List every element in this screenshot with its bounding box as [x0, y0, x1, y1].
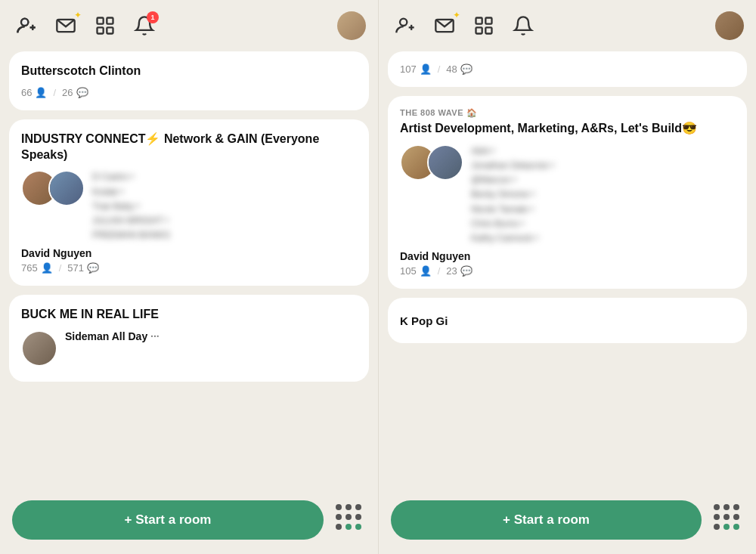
right-scroll: 107 👤 / 48 💬 THE 808 WAVE 🏠 Artist Devel… — [379, 51, 756, 554]
mail-star-right: ✦ — [453, 10, 460, 20]
dot-r4 — [714, 514, 720, 520]
room-host-808: David Nguyen — [400, 250, 735, 262]
dot-3 — [355, 504, 361, 510]
avatar-buck-1 — [21, 330, 57, 367]
svg-rect-18 — [476, 27, 482, 33]
svg-rect-8 — [98, 18, 104, 24]
avatar-808-2 — [427, 144, 463, 181]
dot-5 — [345, 514, 352, 520]
svg-rect-11 — [107, 27, 113, 33]
mail-star-left: ✦ — [74, 10, 82, 20]
room-title-kpop: K Pop Gi — [400, 314, 448, 327]
avatar-left[interactable] — [337, 11, 366, 40]
room-stats-industry: 765 👤 / 571 💬 — [21, 262, 357, 274]
bell-icon-left[interactable]: 1 — [130, 11, 159, 40]
svg-rect-16 — [476, 18, 482, 24]
speaker-avatars-808 — [400, 144, 463, 181]
dot-r2 — [723, 504, 730, 510]
dot-r6 — [733, 514, 739, 520]
dot-6 — [355, 514, 361, 520]
left-panel: ✦ 1 Butterscotch Clinton 66 — [0, 0, 378, 554]
dots-grid-left[interactable] — [333, 503, 366, 537]
dots-grid-right[interactable] — [711, 503, 744, 537]
dot-2 — [345, 504, 352, 510]
start-room-label-left: + Start a room — [125, 512, 212, 528]
svg-rect-17 — [485, 18, 491, 24]
speaker-names-808: Abhi •Jonathan Delacroix •@Marcon •Becky… — [471, 144, 735, 246]
room-stats-808: 105 👤 / 23 💬 — [400, 265, 735, 277]
bell-icon-right[interactable] — [509, 11, 538, 40]
room-title-buck: BUCK ME IN REAL LIFE — [21, 307, 357, 323]
add-people-icon-left[interactable] — [12, 11, 41, 40]
dot-r5 — [723, 514, 730, 520]
speaker-row-industry: D Castro •Kodak •Trae Baby •JULIAN WRIGH… — [21, 170, 357, 243]
room-card-kpop[interactable]: K Pop Gi — [388, 298, 747, 343]
avatar-2 — [48, 170, 85, 206]
speaker-names-industry: D Castro •Kodak •Trae Baby •JULIAN WRIGH… — [92, 170, 357, 243]
room-title-industry: INDUSTRY CONNECT⚡ Network & GAIN (Everyo… — [21, 132, 357, 163]
svg-rect-9 — [107, 18, 113, 24]
right-bottom-bar: + Start a room — [379, 486, 756, 554]
room-card-107[interactable]: 107 👤 / 48 💬 — [388, 51, 747, 87]
room-stats-107: 107 👤 / 48 💬 — [400, 63, 735, 75]
room-subtitle-808: THE 808 WAVE 🏠 — [400, 108, 735, 118]
left-scroll: Butterscotch Clinton 66 👤 / 26 💬 INDUSTR… — [0, 51, 378, 554]
start-room-button-left[interactable]: + Start a room — [12, 500, 324, 540]
add-people-icon-right[interactable] — [391, 11, 420, 40]
room-host-industry: David Nguyen — [21, 247, 357, 259]
mail-icon-left[interactable]: ✦ — [51, 11, 80, 40]
dot-8 — [345, 524, 352, 530]
left-bottom-bar: + Start a room — [0, 486, 378, 554]
start-room-label-right: + Start a room — [503, 512, 590, 528]
mail-icon-right[interactable]: ✦ — [430, 11, 459, 40]
speaker-names-buck: Sideman All Day ··· — [65, 330, 357, 345]
grid-icon-right[interactable] — [469, 11, 498, 40]
svg-rect-19 — [485, 27, 491, 33]
dot-4 — [336, 514, 342, 520]
dot-r1 — [714, 504, 720, 510]
speaker-row-808: Abhi •Jonathan Delacroix •@Marcon •Becky… — [400, 144, 735, 246]
svg-point-12 — [400, 19, 407, 26]
dot-1 — [336, 504, 342, 510]
room-title-808: Artist Development, Marketing, A&Rs, Let… — [400, 121, 735, 137]
room-title-butterscotch: Butterscotch Clinton — [21, 63, 357, 79]
dot-r7 — [714, 524, 720, 530]
right-nav: ✦ — [379, 0, 756, 51]
left-nav: ✦ 1 — [0, 0, 378, 51]
dot-r9 — [733, 524, 739, 530]
room-card-buck[interactable]: BUCK ME IN REAL LIFE Sideman All Day ··· — [9, 295, 369, 382]
speaker-row-buck: Sideman All Day ··· — [21, 330, 357, 367]
room-card-butterscotch[interactable]: Butterscotch Clinton 66 👤 / 26 💬 — [9, 51, 369, 110]
speaker-avatars-buck — [21, 330, 57, 367]
bell-badge-left: 1 — [147, 11, 159, 23]
start-room-button-right[interactable]: + Start a room — [391, 500, 702, 540]
room-card-808[interactable]: THE 808 WAVE 🏠 Artist Development, Marke… — [388, 96, 747, 289]
room-stats-butterscotch: 66 👤 / 26 💬 — [21, 87, 357, 98]
dot-9 — [355, 524, 361, 530]
grid-icon-left[interactable] — [91, 11, 119, 40]
dot-r3 — [733, 504, 739, 510]
dot-r8 — [723, 524, 730, 530]
speaker-avatars-industry — [21, 170, 85, 206]
room-card-industry[interactable]: INDUSTRY CONNECT⚡ Network & GAIN (Everyo… — [9, 119, 369, 286]
svg-rect-10 — [98, 27, 104, 33]
dot-7 — [336, 524, 342, 530]
avatar-right[interactable] — [715, 11, 744, 40]
right-panel: ✦ 107 👤 / 48 — [378, 0, 756, 554]
